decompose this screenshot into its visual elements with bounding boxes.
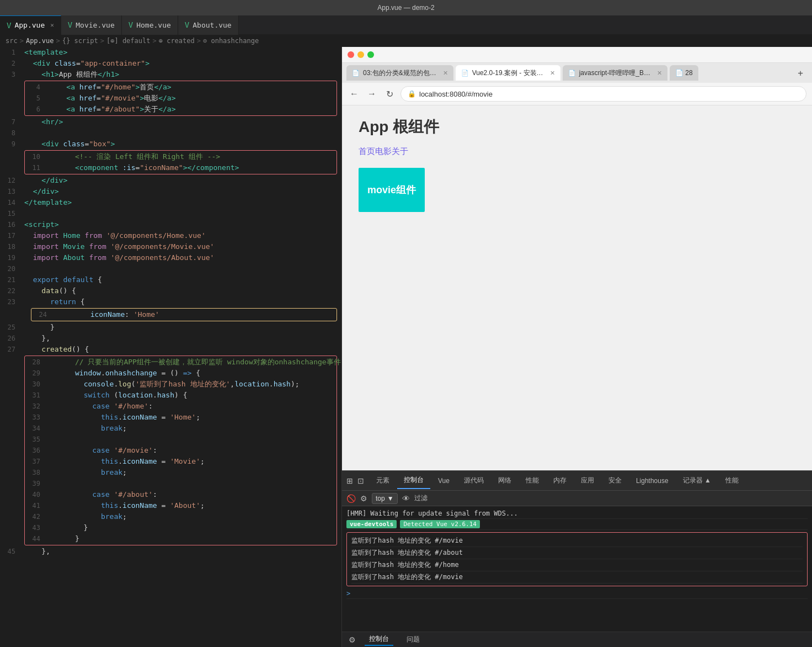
code-line-35: 35: [25, 434, 336, 445]
tab4-label: 📄 28: [675, 69, 693, 77]
code-line-31: 31 switch (location.hash) {: [25, 390, 336, 401]
code-line-13: 13 </div>: [0, 186, 341, 197]
code-editor[interactable]: 1 <template> 2 <div class="app-container…: [0, 47, 342, 647]
devtools-tab-console[interactable]: 控制台: [397, 473, 430, 489]
tab3-icon: 📄: [568, 70, 576, 77]
browser-tab-2[interactable]: 📄 Vue2.0-19.案例 - 安装… ✕: [456, 65, 560, 81]
code-line-15: 15: [0, 208, 341, 219]
code-line-25: 25 }: [0, 322, 341, 333]
code-line-43: 43 }: [25, 522, 336, 533]
console-settings-btn[interactable]: ⚙: [360, 494, 367, 503]
eye-icon[interactable]: 👁: [402, 494, 410, 503]
new-tab-btn[interactable]: +: [793, 68, 808, 78]
bc-onhashchange: ⊙ onhashchange: [203, 37, 259, 45]
traffic-light-yellow[interactable]: [357, 51, 364, 58]
bottom-tab-console[interactable]: 控制台: [365, 633, 393, 646]
devtools-panel-icon[interactable]: ⊞: [346, 476, 353, 485]
vue-icon-4: V: [185, 20, 189, 29]
vue-icon-3: V: [129, 20, 133, 29]
browser-tabs-row: 📄 03:包的分类&规范的包… ✕ 📄 Vue2.0-19.案例 - 安装… ✕…: [342, 63, 812, 83]
code-line-33: 33 this.iconName = 'Home';: [25, 412, 336, 423]
url-text: localhost:8080/#/movie: [419, 90, 493, 98]
devtools-cursor-icon[interactable]: ⊡: [357, 476, 364, 485]
top-dropdown[interactable]: top ▼: [372, 493, 398, 504]
hmr-text: [HMR] Waiting for update signal from WDS…: [346, 510, 518, 517]
traffic-light-green[interactable]: [367, 51, 374, 58]
code-line-11: 11 <component :is="iconName"></component…: [25, 162, 336, 173]
filter-label[interactable]: 过滤: [414, 494, 428, 503]
nav-link-about[interactable]: 关于: [392, 146, 408, 157]
code-line-36: 36 case '#/movie':: [25, 445, 336, 456]
forward-button[interactable]: →: [365, 87, 378, 100]
console-highlight-box: 监听到了hash 地址的变化 #/movie 监听到了hash 地址的变化 #/…: [346, 532, 808, 586]
bottom-tab-issues[interactable]: 问题: [402, 634, 424, 645]
tab-label-2: Movie.vue: [76, 21, 114, 29]
devtools-tab-perf2[interactable]: 性能: [719, 473, 745, 489]
editor-tab-bar: V App.vue ✕ V Movie.vue V Home.vue V Abo…: [0, 15, 812, 35]
tab1-icon: 📄: [352, 70, 360, 77]
dropdown-arrow: ▼: [387, 495, 394, 502]
component-outline: 10 <!-- 渲染 Left 组件和 Right 组件 --> 11 <com…: [24, 150, 337, 174]
tab-home-vue[interactable]: V Home.vue: [122, 15, 178, 35]
bc-src: src: [6, 37, 18, 45]
bc-sep2: >: [56, 37, 60, 45]
code-line-2: 2 <div class="app-container">: [0, 58, 341, 69]
tab2-icon: 📄: [461, 70, 469, 77]
close-tab-btn[interactable]: ✕: [50, 22, 54, 29]
console-content: [HMR] Waiting for update signal from WDS…: [342, 506, 812, 632]
code-line-10: 10 <!-- 渲染 Left 组件和 Right 组件 -->: [25, 151, 336, 162]
page-main-title: App 根组件: [359, 116, 795, 137]
tab2-close[interactable]: ✕: [550, 70, 555, 77]
address-bar-row: ← → ↻ 🔒 localhost:8080/#/movie: [342, 83, 812, 105]
console-prompt-line[interactable]: >: [346, 588, 808, 599]
devtools-tab-elements[interactable]: 元素: [370, 473, 396, 489]
devtools-tab-performance[interactable]: 性能: [519, 473, 546, 489]
code-line-39: 39: [25, 478, 336, 489]
bottom-settings-icon[interactable]: ⚙: [349, 635, 356, 644]
code-line-28: 28 // 只要当前的APP组件一被创建，就立即监听 window对象的onha…: [25, 357, 336, 368]
bc-sep1: >: [20, 37, 24, 45]
tab2-label: Vue2.0-19.案例 - 安装…: [472, 68, 543, 78]
code-line-7: 7 <hr/>: [0, 116, 341, 128]
reload-button[interactable]: ↻: [383, 87, 396, 100]
nav-link-home[interactable]: 首页: [359, 146, 375, 157]
tab-app-vue[interactable]: V App.vue ✕: [0, 15, 61, 35]
nav-link-movie[interactable]: 电影: [375, 146, 392, 157]
browser-tab-4[interactable]: 📄 28: [670, 65, 698, 81]
clear-console-btn[interactable]: 🚫: [346, 494, 356, 503]
bc-sep5: >: [197, 37, 201, 45]
browser-tab-1[interactable]: 📄 03:包的分类&规范的包… ✕: [346, 65, 453, 81]
traffic-lights: [348, 51, 374, 58]
devtools-tab-recorder[interactable]: 记录器 ▲: [676, 473, 718, 489]
bottom-bar: ⚙ 控制台 问题: [342, 632, 812, 647]
devtools-tab-memory[interactable]: 内存: [547, 473, 573, 489]
code-line-19: 19 import About from '@/components/About…: [0, 252, 341, 263]
console-hash-4: 监听到了hash 地址的变化 #/movie: [351, 571, 803, 584]
devtools-tab-network[interactable]: 网络: [492, 473, 518, 489]
main-layout: 1 <template> 2 <div class="app-container…: [0, 47, 812, 647]
tab1-close[interactable]: ✕: [443, 70, 448, 77]
devtools-tab-security[interactable]: 安全: [602, 473, 628, 489]
code-line-14: 14 </template>: [0, 197, 341, 208]
devtools-tab-lighthouse[interactable]: Lighthouse: [629, 473, 675, 489]
code-line-1: 1 <template>: [0, 47, 341, 58]
title-bar: App.vue — demo-2: [0, 0, 812, 15]
devtools-tab-sources[interactable]: 源代码: [457, 473, 490, 489]
tab3-close[interactable]: ✕: [657, 70, 662, 77]
vue-icon-2: V: [68, 20, 72, 29]
back-button[interactable]: ←: [348, 87, 361, 100]
browser-chrome: [342, 47, 812, 63]
address-bar[interactable]: 🔒 localhost:8080/#/movie: [400, 86, 806, 102]
tab-movie-vue[interactable]: V Movie.vue: [61, 15, 122, 35]
devtools-tab-vue[interactable]: Vue: [431, 473, 456, 489]
tab-about-vue[interactable]: V About.vue: [178, 15, 239, 35]
browser-tab-3[interactable]: 📄 javascript-哔哩哔哩_B… ✕: [563, 65, 667, 81]
title-text: App.vue — demo-2: [377, 4, 434, 12]
code-line-8: 8: [0, 128, 341, 139]
console-hash-3: 监听到了hash 地址的变化 #/home: [351, 559, 803, 571]
code-line-34: 34 break;: [25, 423, 336, 434]
devtools-tabs: ⊞ ⊡ 元素 控制台 Vue 源代码 网络 性能 内存 应用 安全 Lighth…: [342, 471, 812, 491]
traffic-light-red[interactable]: [348, 51, 354, 58]
vue-icon: V: [7, 21, 11, 30]
devtools-tab-application[interactable]: 应用: [574, 473, 601, 489]
